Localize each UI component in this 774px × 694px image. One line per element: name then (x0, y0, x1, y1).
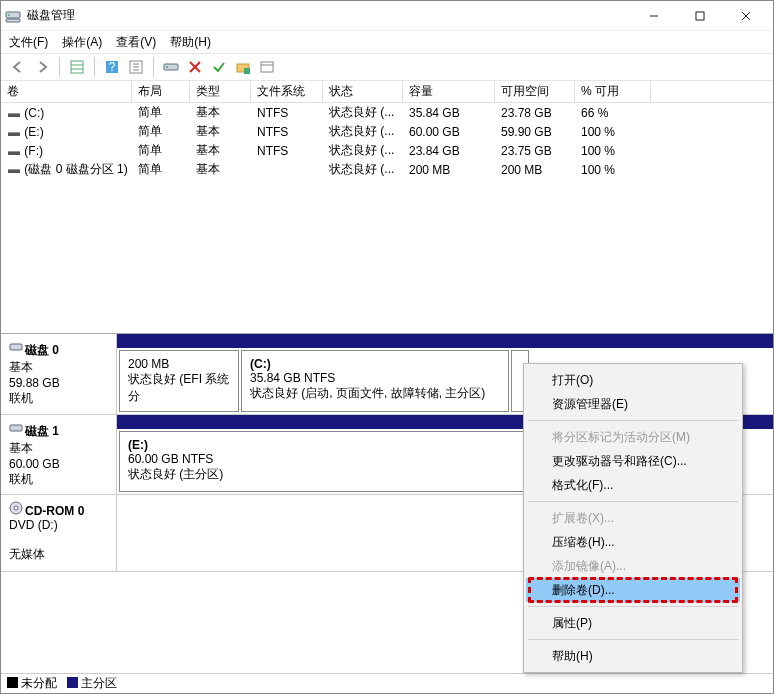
minimize-button[interactable] (631, 1, 677, 31)
props-icon[interactable] (125, 56, 147, 78)
svg-text:?: ? (109, 60, 116, 74)
help-icon[interactable]: ? (101, 56, 123, 78)
ctx-shrink[interactable]: 压缩卷(H)... (526, 530, 740, 554)
svg-rect-7 (71, 61, 83, 73)
folder-add-icon[interactable] (232, 56, 254, 78)
ctx-change-drive[interactable]: 更改驱动器号和路径(C)... (526, 449, 740, 473)
svg-rect-2 (6, 19, 20, 22)
maximize-button[interactable] (677, 1, 723, 31)
partition[interactable]: 200 MB状态良好 (EFI 系统分 (119, 350, 239, 412)
menu-bar: 文件(F) 操作(A) 查看(V) 帮助(H) (1, 31, 773, 53)
check-icon[interactable] (208, 56, 230, 78)
disk-icon: ▬ (7, 106, 21, 120)
col-volume[interactable]: 卷 (1, 81, 132, 102)
ctx-open[interactable]: 打开(O) (526, 368, 740, 392)
back-button[interactable] (7, 56, 29, 78)
col-status[interactable]: 状态 (323, 81, 403, 102)
table-row[interactable]: ▬ (F:)简单基本NTFS状态良好 (...23.84 GB23.75 GB1… (1, 141, 773, 160)
disk-icon: ▬ (7, 125, 21, 139)
ctx-delete-volume[interactable]: 删除卷(D)... (526, 578, 740, 602)
ctx-properties[interactable]: 属性(P) (526, 611, 740, 635)
menu-help[interactable]: 帮助(H) (170, 34, 211, 51)
svg-rect-21 (244, 68, 250, 74)
disk-icon: ▬ (7, 162, 21, 176)
delete-icon[interactable] (184, 56, 206, 78)
volume-list[interactable]: ▬ (C:)简单基本NTFS状态良好 (...35.84 GB23.78 GB6… (1, 103, 773, 333)
disk-icon: ▬ (7, 144, 21, 158)
legend-unallocated: 未分配 (21, 676, 57, 690)
ctx-mark-active: 将分区标记为活动分区(M) (526, 425, 740, 449)
col-type[interactable]: 类型 (190, 81, 251, 102)
table-row[interactable]: ▬ (C:)简单基本NTFS状态良好 (...35.84 GB23.78 GB6… (1, 103, 773, 122)
svg-rect-4 (696, 12, 704, 20)
col-capacity[interactable]: 容量 (403, 81, 495, 102)
disk-icon (9, 421, 23, 435)
view-list-icon[interactable] (66, 56, 88, 78)
svg-rect-24 (10, 344, 22, 350)
forward-button[interactable] (31, 56, 53, 78)
legend-primary: 主分区 (81, 676, 117, 690)
col-free[interactable]: 可用空间 (495, 81, 575, 102)
ctx-format[interactable]: 格式化(F)... (526, 473, 740, 497)
ctx-help[interactable]: 帮助(H) (526, 644, 740, 668)
svg-rect-25 (10, 425, 22, 431)
ctx-add-mirror: 添加镜像(A)... (526, 554, 740, 578)
volume-list-header: 卷 布局 类型 文件系统 状态 容量 可用空间 % 可用 (1, 81, 773, 103)
menu-view[interactable]: 查看(V) (116, 34, 156, 51)
window-title: 磁盘管理 (27, 7, 631, 24)
refresh-icon[interactable] (160, 56, 182, 78)
context-menu: 打开(O) 资源管理器(E) 将分区标记为活动分区(M) 更改驱动器号和路径(C… (523, 363, 743, 673)
disk-icon (9, 340, 23, 354)
close-button[interactable] (723, 1, 769, 31)
col-fs[interactable]: 文件系统 (251, 81, 323, 102)
svg-point-17 (166, 66, 168, 68)
title-bar: 磁盘管理 (1, 1, 773, 31)
col-layout[interactable]: 布局 (132, 81, 190, 102)
ctx-extend: 扩展卷(X)... (526, 506, 740, 530)
partition[interactable]: (C:)35.84 GB NTFS状态良好 (启动, 页面文件, 故障转储, 主… (241, 350, 509, 412)
table-row[interactable]: ▬ (磁盘 0 磁盘分区 1)简单基本状态良好 (...200 MB200 MB… (1, 160, 773, 179)
svg-point-1 (8, 14, 10, 16)
table-row[interactable]: ▬ (E:)简单基本NTFS状态良好 (...60.00 GB59.90 GB1… (1, 122, 773, 141)
partition[interactable]: (E:)60.00 GB NTFS状态良好 (主分区) (119, 431, 527, 492)
legend: 未分配 主分区 (1, 673, 773, 693)
menu-file[interactable]: 文件(F) (9, 34, 48, 51)
svg-point-27 (14, 506, 18, 510)
app-icon (5, 8, 21, 24)
window-icon[interactable] (256, 56, 278, 78)
menu-action[interactable]: 操作(A) (62, 34, 102, 51)
svg-rect-22 (261, 62, 273, 72)
col-pct[interactable]: % 可用 (575, 81, 651, 102)
ctx-explorer[interactable]: 资源管理器(E) (526, 392, 740, 416)
toolbar: ? (1, 53, 773, 81)
cdrom-icon (9, 501, 23, 515)
